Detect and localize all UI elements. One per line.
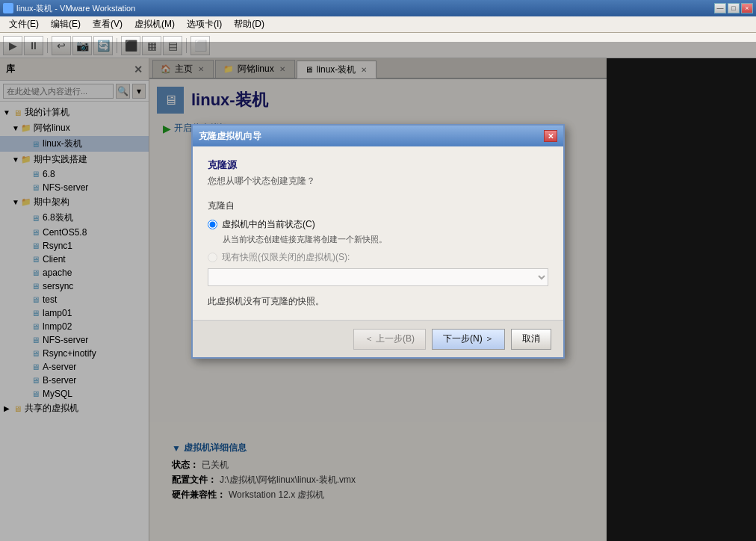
dialog-body: 克隆源 您想从哪个状态创建克隆？ 克隆自 虚拟机中的当前状态(C) 从当前状态创… — [193, 146, 563, 320]
clone-option2-label: 现有快照(仅限关闭的虚拟机)(S): — [222, 251, 350, 264]
menu-file[interactable]: 文件(E) — [3, 16, 45, 32]
clone-option1-radio[interactable] — [208, 220, 217, 229]
minimize-button[interactable]: — — [714, 3, 726, 13]
dialog-footer: ＜ 上一步(B) 下一步(N) ＞ 取消 — [193, 320, 563, 357]
clone-wizard-dialog: 克隆虚拟机向导 ✕ 克隆源 您想从哪个状态创建克隆？ 克隆自 虚拟机中的当前状态… — [191, 124, 565, 359]
snapshot-select[interactable] — [208, 268, 548, 286]
menu-bar: 文件(E) 编辑(E) 查看(V) 虚拟机(M) 选项卡(I) 帮助(D) — [0, 16, 756, 33]
dialog-title-bar: 克隆虚拟机向导 ✕ — [193, 126, 563, 146]
title-bar-left: linux-装机 - VMware Workstation — [3, 3, 135, 14]
cancel-button[interactable]: 取消 — [511, 329, 551, 350]
clone-option1-desc: 从当前状态创建链接克隆将创建一个新快照。 — [223, 234, 548, 245]
dialog-close-button[interactable]: ✕ — [544, 130, 557, 142]
menu-vm[interactable]: 虚拟机(M) — [128, 16, 181, 32]
next-step-button[interactable]: 下一步(N) ＞ — [432, 329, 505, 350]
maximize-button[interactable]: □ — [728, 3, 740, 13]
window-title: linux-装机 - VMware Workstation — [16, 3, 135, 14]
dialog-group-label: 克隆自 — [208, 200, 548, 212]
menu-edit[interactable]: 编辑(E) — [45, 16, 87, 32]
no-snapshot-message: 此虚拟机没有可克隆的快照。 — [208, 295, 548, 308]
clone-option2-row: 现有快照(仅限关闭的虚拟机)(S): — [208, 251, 548, 264]
title-bar-controls[interactable]: — □ × — [714, 3, 753, 13]
title-bar: linux-装机 - VMware Workstation — □ × — [0, 0, 756, 16]
window-close-button[interactable]: × — [741, 3, 753, 13]
menu-tabs[interactable]: 选项卡(I) — [181, 16, 228, 32]
clone-option2-radio[interactable] — [208, 253, 217, 262]
dialog-overlay: 克隆虚拟机向导 ✕ 克隆源 您想从哪个状态创建克隆？ 克隆自 虚拟机中的当前状态… — [0, 42, 756, 541]
app-icon — [3, 3, 13, 13]
menu-help[interactable]: 帮助(D) — [228, 16, 270, 32]
clone-option1-row: 虚拟机中的当前状态(C) — [208, 218, 548, 231]
prev-step-button[interactable]: ＜ 上一步(B) — [353, 329, 426, 350]
dialog-subtitle: 您想从哪个状态创建克隆？ — [208, 175, 548, 188]
clone-option1-label[interactable]: 虚拟机中的当前状态(C) — [222, 218, 315, 231]
dialog-title-text: 克隆虚拟机向导 — [199, 130, 261, 143]
dialog-section-title: 克隆源 — [208, 158, 548, 172]
menu-view[interactable]: 查看(V) — [87, 16, 128, 32]
